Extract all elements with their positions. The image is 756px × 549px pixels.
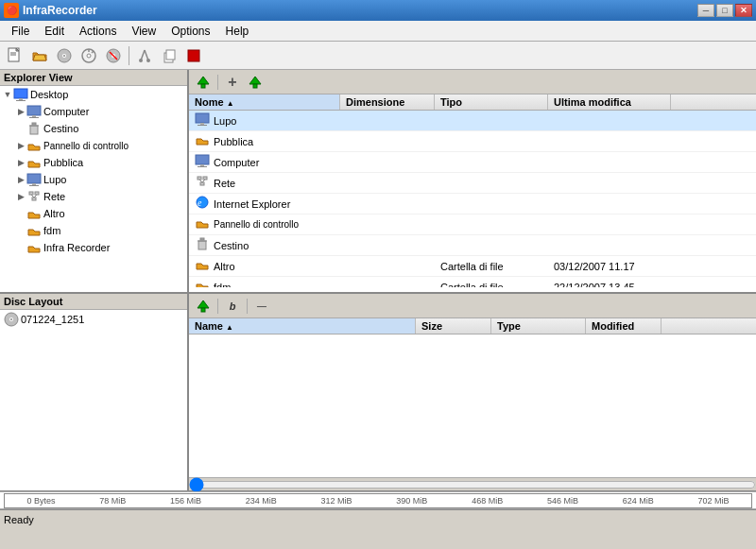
altro-icon [26,206,42,221]
tree-item-rete[interactable]: ▶ Rete [0,188,187,205]
expand-lupo[interactable]: ▶ [15,175,26,184]
fl-new-folder-button[interactable]: + [222,73,243,92]
fl-rename-button[interactable] [245,73,266,92]
item-name-rete: Rete [214,178,235,189]
bottom-pane: Disc Layout 071224_1251 [0,294,756,491]
menu-view[interactable]: View [124,23,163,40]
menu-file[interactable]: File [4,23,37,40]
menu-options[interactable]: Options [163,23,217,40]
list-item[interactable]: Lupo [189,111,756,131]
toolbar-open[interactable] [28,44,51,67]
menu-help[interactable]: Help [218,23,257,40]
expand-rete[interactable]: ▶ [15,192,26,201]
list-item[interactable]: Pubblica [189,131,756,152]
disc-panel: Disc Layout 071224_1251 [0,294,189,490]
list-item[interactable]: e Internet Explorer [189,194,756,214]
col-ultima[interactable]: Ultima modifica [548,94,671,110]
expand-fdm[interactable] [15,226,26,235]
burn-sep1 [217,299,218,314]
toolbar-stop[interactable] [182,44,205,67]
svg-rect-35 [32,197,36,200]
expand-cestino[interactable] [15,124,26,133]
menu-edit[interactable]: Edit [37,23,72,40]
svg-rect-34 [35,192,39,195]
item-name-cestino2: Cestino [214,240,249,251]
svg-rect-23 [16,100,26,101]
burn-col-type[interactable]: Type [491,318,586,334]
fl-sep1 [217,75,218,90]
expand-desktop[interactable]: ▼ [2,90,13,99]
svg-point-8 [87,54,91,58]
svg-line-10 [92,51,94,53]
expand-computer[interactable]: ▶ [15,107,26,116]
svg-rect-31 [32,183,36,185]
burn-col-name[interactable]: Name [189,318,416,334]
toolbar-burn[interactable] [53,44,76,67]
cap-tick-4: 312 MiB [321,496,352,506]
tree-label-pannello: Pannello di controllo [43,141,129,151]
list-item[interactable]: Pannello di controllo [189,214,756,235]
burn-list-body[interactable] [189,335,756,472]
svg-rect-45 [196,155,209,164]
svg-rect-49 [203,177,207,180]
tree-item-desktop[interactable]: ▼ Desktop [0,86,187,103]
fl-up-button[interactable] [193,73,214,92]
burn-col-size[interactable]: Size [416,318,491,334]
svg-point-17 [146,59,150,62]
svg-rect-32 [29,185,39,186]
burn-hscrollbar[interactable] [189,479,756,490]
col-nome[interactable]: Nome [189,94,340,110]
tree-item-lupo[interactable]: ▶ Lupo [0,171,187,188]
list-item[interactable]: Computer [189,152,756,173]
explorer-scroll[interactable]: ▼ Desktop ▶ Computer [0,86,187,292]
tree-item-pannello[interactable]: ▶ Pannello di controllo [0,137,187,154]
expand-infrarecorder[interactable] [15,243,26,252]
item-icon-rete [195,174,210,192]
tree-label-altro: Altro [43,208,65,219]
minimize-button[interactable]: ─ [697,4,714,17]
toolbar-cut[interactable] [133,44,156,67]
close-button[interactable]: ✕ [735,4,752,17]
col-dimensione[interactable]: Dimensione [340,94,435,110]
list-item[interactable]: Altro Cartella di file 03/12/2007 11.17 [189,256,756,277]
col-tipo[interactable]: Tipo [435,94,548,110]
svg-marker-40 [249,77,261,84]
window-title: InfraRecorder [23,4,697,17]
item-name-ie: Internet Explorer [214,198,290,210]
svg-rect-27 [30,126,38,134]
menu-actions[interactable]: Actions [72,23,124,40]
tree-item-pubblica[interactable]: ▶ Pubblica [0,154,187,171]
toolbar-verify[interactable] [77,44,100,67]
burn-copy-button[interactable]: b [222,297,243,316]
svg-rect-43 [200,123,204,125]
tree-item-computer[interactable]: ▶ Computer [0,103,187,120]
burn-remove-button[interactable]: ─ [251,297,272,316]
tree-item-fdm[interactable]: fdm [0,222,187,239]
tree-item-infrarecorder[interactable]: Infra Recorder [0,239,187,256]
desktop-icon [13,87,28,102]
burn-up-button[interactable] [193,297,214,316]
item-size-lupo [340,120,435,122]
disc-tree[interactable]: 071224_1251 [0,310,187,490]
burn-panel: b ─ Name Size Type [189,294,756,490]
expand-altro[interactable] [15,209,26,218]
svg-rect-46 [200,164,204,166]
tree-item-altro[interactable]: Altro [0,205,187,222]
expand-pubblica[interactable]: ▶ [15,158,26,167]
file-list-body[interactable]: Lupo Pubblica [189,111,756,287]
toolbar-new[interactable] [4,44,26,67]
list-item[interactable]: fdm Cartella di file 22/12/2007 13.45 [189,277,756,287]
toolbar-erase[interactable] [102,44,125,67]
list-item[interactable]: Cestino [189,235,756,256]
expand-pannello[interactable]: ▶ [15,141,26,150]
burn-col-modified[interactable]: Modified [586,318,662,334]
tree-item-cestino[interactable]: Cestino [0,120,187,137]
disc-item[interactable]: 071224_1251 [0,310,187,328]
burn-hscroll[interactable] [189,477,756,490]
maximize-button[interactable]: □ [716,4,733,17]
svg-rect-30 [27,174,41,183]
svg-rect-21 [14,89,27,98]
toolbar-copy2[interactable] [158,44,180,67]
item-icon-lupo [195,112,210,129]
list-item[interactable]: Rete [189,173,756,194]
